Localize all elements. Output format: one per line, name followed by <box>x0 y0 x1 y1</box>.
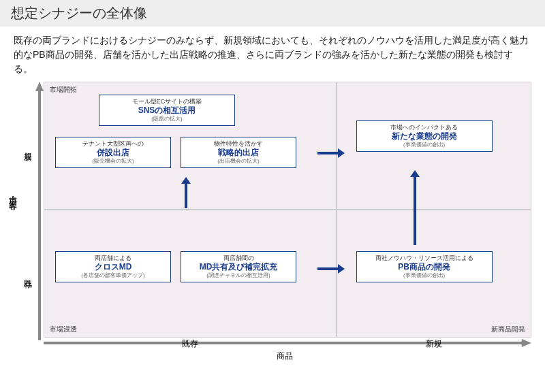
svg-marker-1 <box>181 177 191 208</box>
box-ec-sns: モール型ECサイトの構築 SNSの相互活用 (販路の拡大) <box>99 95 235 126</box>
y-axis-label: 市場・顧客 <box>7 189 18 196</box>
box-strategic-sub: 物件特性を活かす <box>185 140 292 148</box>
synergy-matrix-diagram: 市場・顧客 新規 既存 市場開拓 モール型ECサイトの構築 SNSの相互活用 (… <box>38 82 531 361</box>
y-seg-new: 新規 <box>22 82 33 210</box>
corner-label-market-dev: 市場開拓 <box>50 85 77 95</box>
corner-label-penetration: 市場浸透 <box>50 325 77 334</box>
y-segment-labels: 新規 既存 <box>22 82 33 338</box>
box-crossmd: 両店舗による クロスMD (各店舗の顧客単価アップ) <box>55 251 171 282</box>
x-axis-label: 商品 <box>38 350 531 362</box>
arrow-right-bottom-icon <box>317 264 345 274</box>
x-segment-labels: 既存 新規 <box>44 338 531 350</box>
arrow-right-top-icon <box>317 148 345 158</box>
svg-marker-3 <box>410 170 420 245</box>
box-crossmd-sub: 両店舗による <box>60 255 166 262</box>
box-tenant-sub: テナント大型区画への <box>60 140 166 148</box>
box-tenant: テナント大型区画への 併設出店 (販売機会の拡大) <box>55 137 171 168</box>
box-mdshare: 両店舗間の MD共有及び補完拡充 (調達チャネルの相互活用) <box>181 251 296 282</box>
x-seg-existing: 既存 <box>44 338 337 350</box>
box-tenant-note: (販売機会の拡大) <box>60 158 166 165</box>
svg-marker-4 <box>317 264 345 274</box>
box-pb-note: (事業価値の創出) <box>361 272 488 279</box>
quadrant-existing-market-new-product: 両社ノウハウ・リソース活用による PB商品の開発 (事業価値の創出) 新商品開発 <box>337 210 531 338</box>
box-strategic-main: 戦略的出店 <box>185 148 292 159</box>
box-mdshare-sub: 両店舗間の <box>185 255 292 262</box>
arrow-up-right-icon <box>410 170 420 245</box>
box-strategic: 物件特性を活かす 戦略的出店 (出店機会の拡大) <box>181 137 296 168</box>
arrow-up-icon <box>181 177 191 208</box>
svg-marker-0 <box>35 82 44 340</box>
corner-label-newprod: 新商品開発 <box>491 325 525 334</box>
box-newbiz-note: (事業価値の創出) <box>361 142 488 148</box>
y-axis-arrow-icon <box>35 82 44 340</box>
box-crossmd-main: クロスMD <box>60 262 166 273</box>
box-newbiz-main: 新たな業態の開発 <box>361 131 488 142</box>
box-newbiz: 市場へのインパクトある 新たな業態の開発 (事業価値の創出) <box>356 120 493 152</box>
x-seg-new: 新規 <box>337 338 531 350</box>
box-ec-sub: モール型ECサイトの構築 <box>104 98 230 105</box>
box-ec-note: (販路の拡大) <box>104 116 230 122</box>
box-mdshare-note: (調達チャネルの相互活用) <box>185 272 292 279</box>
quadrant-new-market-new-product: 市場へのインパクトある 新たな業態の開発 (事業価値の創出) <box>337 82 531 210</box>
page-title: 想定シナジーの全体像 <box>0 0 545 27</box>
intro-text: 既存の両ブランドにおけるシナジーのみならず、新規領域においても、それぞれのノウハ… <box>0 27 545 82</box>
svg-marker-2 <box>317 148 345 158</box>
y-seg-existing: 既存 <box>22 210 33 338</box>
box-ec-main: SNSの相互活用 <box>104 105 230 116</box>
box-tenant-main: 併設出店 <box>60 148 166 159</box>
quadrant-existing-market-existing-product: 両店舗による クロスMD (各店舗の顧客単価アップ) 両店舗間の MD共有及び補… <box>44 210 337 338</box>
box-newbiz-sub: 市場へのインパクトある <box>361 124 488 131</box>
box-crossmd-note: (各店舗の顧客単価アップ) <box>60 272 166 279</box>
box-pb-sub: 両社ノウハウ・リソース活用による <box>361 255 488 262</box>
box-strategic-note: (出店機会の拡大) <box>185 158 292 165</box>
box-pb: 両社ノウハウ・リソース活用による PB商品の開発 (事業価値の創出) <box>356 251 493 282</box>
box-pb-main: PB商品の開発 <box>361 262 488 273</box>
matrix-grid: 市場開拓 モール型ECサイトの構築 SNSの相互活用 (販路の拡大) テナント大… <box>44 82 531 338</box>
box-mdshare-main: MD共有及び補完拡充 <box>185 262 292 273</box>
